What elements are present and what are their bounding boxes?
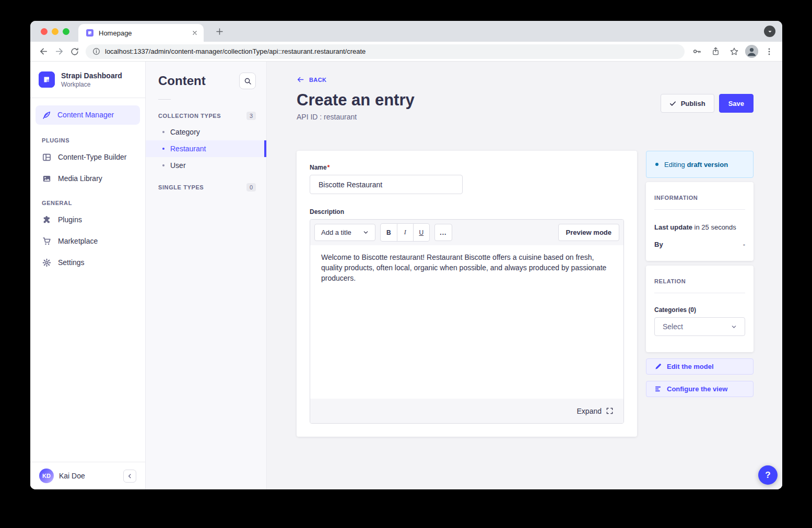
categories-select[interactable]: Select [654,317,745,336]
close-tab-icon[interactable] [191,29,198,37]
configure-view-button[interactable]: Configure the view [646,381,754,397]
bullet-icon [162,131,164,133]
type-label: Category [170,128,200,136]
information-panel: INFORMATION Last update in 25 seconds By… [646,182,754,261]
maximize-window-button[interactable] [63,28,69,35]
bold-button[interactable]: B [381,224,397,241]
publish-button[interactable]: Publish [661,94,714,113]
panel-divider [654,293,745,293]
tab-title: Homepage [99,29,186,37]
password-key-icon[interactable] [689,44,704,59]
underline-button[interactable]: U [413,224,429,241]
sidebar-section-plugins: PLUGINS [30,127,145,147]
collapse-sidebar-button[interactable] [123,470,136,483]
preview-mode-button[interactable]: Preview mode [558,224,619,241]
collection-types-header: COLLECTION TYPES [158,113,221,119]
select-placeholder: Select [663,322,683,331]
subnav-item-user[interactable]: User [146,157,266,174]
search-button[interactable] [239,73,256,89]
single-types-header: SINGLE TYPES [158,184,204,190]
image-icon [42,174,51,183]
url-text: localhost:1337/admin/content-manager/col… [105,47,366,55]
sidebar-item-marketplace[interactable]: Marketplace [30,231,145,252]
title-style-select[interactable]: Add a title [314,224,375,241]
help-button[interactable]: ? [758,465,778,485]
tab-strip: Homepage [30,21,782,42]
subnav-item-restaurant[interactable]: Restaurant [146,140,266,157]
new-tab-button[interactable] [212,24,227,39]
toolbar-actions [689,44,777,59]
browser-toolbar: localhost:1337/admin/content-manager/col… [30,42,782,62]
content-subnav: Content COLLECTION TYPES 3 Category Rest… [146,62,267,489]
type-label: User [170,161,186,170]
workspace-brand[interactable]: Strapi Dashboard Workplace [30,62,145,98]
active-indicator [264,140,266,157]
sidebar-item-label: Settings [58,258,85,267]
status-dot-icon [655,163,658,166]
entry-aside: Editing draft version INFORMATION Last u… [646,151,754,397]
minimize-window-button[interactable] [52,28,58,35]
desktop: { "browser": { "tab_title": "Homepage", … [0,0,812,528]
kebab-menu-icon[interactable] [761,44,777,59]
sidebar-item-label: Content Manager [57,111,114,119]
browser-tab[interactable]: Homepage [78,24,204,42]
edit-model-button[interactable]: Edit the model [646,358,754,375]
draft-status-banner: Editing draft version [646,151,754,178]
italic-button[interactable]: I [397,224,413,241]
workspace-title: Strapi Dashboard [61,71,122,81]
feather-pen-icon [42,111,51,119]
panel-divider [654,209,745,210]
subnav-divider [158,99,171,100]
subnav-title: Content [158,74,206,88]
draft-status-text: Editing draft version [664,161,728,169]
sidebar-item-content-manager[interactable]: Content Manager [36,105,140,125]
expand-label: Expand [577,407,602,415]
share-icon[interactable] [708,44,723,59]
close-window-button[interactable] [41,28,48,35]
site-info-icon[interactable] [92,47,100,55]
required-asterisk: * [327,164,330,171]
collection-types-count: 3 [246,112,256,120]
user-name: Kai Doe [59,472,118,480]
subnav-item-category[interactable]: Category [146,124,266,140]
check-icon [669,100,676,107]
save-button[interactable]: Save [719,94,754,113]
back-link[interactable]: BACK [297,76,326,83]
sidebar-item-label: Content-Type Builder [58,153,127,161]
browser-window: Homepage localhost:1337/admin/content-ma… [30,21,782,489]
publish-label: Publish [681,100,705,107]
main-sidebar: Strapi Dashboard Workplace Content Manag… [30,62,146,489]
description-editor: Add a title B I U ... Preview mode [310,219,624,424]
back-arrow-icon [297,76,304,83]
browser-profile-chevron[interactable] [764,26,775,37]
browser-avatar[interactable] [745,45,758,58]
user-avatar: KD [39,469,54,483]
sidebar-item-label: Marketplace [58,237,98,245]
api-id-subtitle: API ID : restaurant [297,113,415,121]
type-label: Restaurant [170,145,206,153]
puzzle-icon [42,215,51,224]
reload-icon[interactable] [67,44,83,59]
sidebar-item-media-library[interactable]: Media Library [30,168,145,189]
name-input[interactable] [310,175,463,194]
url-bar[interactable]: localhost:1337/admin/content-manager/col… [86,44,685,59]
sidebar-item-label: Media Library [58,174,102,183]
relation-panel: RELATION Categories (0) Select [646,266,754,352]
information-header: INFORMATION [654,195,745,201]
forward-nav-icon[interactable] [51,44,67,59]
expand-editor-button[interactable]: Expand [310,399,623,423]
sidebar-item-content-type-builder[interactable]: Content-Type Builder [30,147,145,168]
gear-icon [42,258,51,267]
relation-header: RELATION [654,278,745,284]
sidebar-item-settings[interactable]: Settings [30,252,145,273]
sidebar-section-general: GENERAL [30,189,145,209]
sidebar-item-plugins[interactable]: Plugins [30,209,145,231]
back-nav-icon[interactable] [36,44,51,59]
entry-form-card: Name* Description Add a title B I [297,151,637,437]
description-textarea[interactable]: Welcome to Biscotte restaurant! Restaura… [310,245,623,399]
bookmark-star-icon[interactable] [726,44,742,59]
more-formats-button[interactable]: ... [434,224,452,241]
editor-toolbar: Add a title B I U ... Preview mode [310,220,623,245]
last-update-row: Last update in 25 seconds [654,223,745,231]
layout-icon [42,153,51,162]
